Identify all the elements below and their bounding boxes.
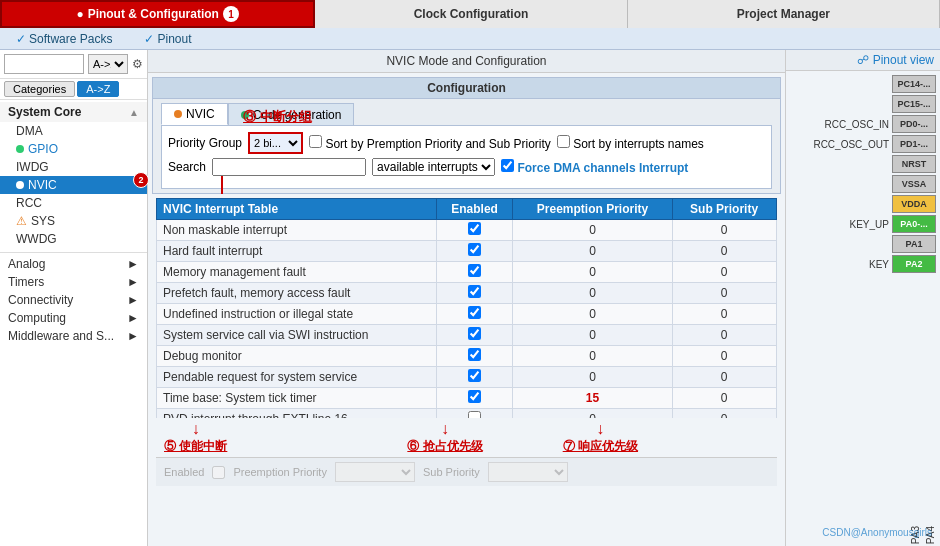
middleware-label: Middleware and S... [8,329,114,343]
tab-pinout-badge: 1 [223,6,239,22]
pin-box[interactable]: PC15-... [892,95,936,113]
system-core-items: DMA GPIO IWDG NVIC 2 [0,122,147,248]
pin-row: VSSA [829,175,936,193]
pin-box[interactable]: VDDA [892,195,936,213]
interrupt-name-cell: Time base: System tick timer [157,388,437,409]
system-core-header[interactable]: System Core ▲ [0,102,147,122]
sidebar-item-wwdg[interactable]: WWDG [0,230,147,248]
sidebar-item-iwdg[interactable]: IWDG [0,158,147,176]
tab-pinout-second[interactable]: ✓ Pinout [128,28,207,49]
enabled-cell[interactable] [436,325,512,346]
search-type-select[interactable]: available interrupts [372,158,495,176]
enabled-cell[interactable] [436,304,512,325]
ann4-arrow: ↓ [192,420,200,438]
sub-priority-cell: 0 [672,388,776,409]
priority-group-select[interactable]: 2 bi... [248,132,303,154]
pin-box[interactable]: PA2 [892,255,936,273]
enabled-cell[interactable] [436,220,512,241]
enabled-cell[interactable] [436,262,512,283]
tab-project-label: Project Manager [737,7,830,21]
pin-box[interactable]: PA1 [892,235,936,253]
search-row: Search available interrupts Force DMA ch… [168,158,765,176]
preemption-cell: 0 [513,367,672,388]
force-dma-checkbox[interactable] [501,159,514,172]
enabled-cell[interactable] [436,346,512,367]
bottom-annotations: ↓ ⑤ 使能中断 ↓ ⑥ 抢占优先级 ↓ ⑦ 响应优先级 [156,418,785,457]
top-tab-bar: ● Pinout & Configuration 1 Clock Configu… [0,0,940,28]
col-preemption: Preemption Priority [513,199,672,220]
force-dma-label: Force DMA channels Interrupt [501,159,688,175]
enabled-cell[interactable] [436,388,512,409]
connectivity-header[interactable]: Connectivity ► [0,291,147,309]
preemption-cell: 0 [513,409,672,419]
sidebar-item-dma[interactable]: DMA [0,122,147,140]
analog-label: Analog [8,257,45,271]
ann7-arrow: ↓ [596,420,604,438]
analog-header[interactable]: Analog ► [0,255,147,273]
pin-box[interactable]: NRST [892,155,936,173]
sort-names-checkbox[interactable] [557,135,570,148]
sort-names-label: Sort by interrupts names [557,135,704,151]
sidebar-item-rcc[interactable]: RCC [0,194,147,212]
table-row: Time base: System tick timer150 [157,388,777,409]
table-row: Undefined instruction or illegal state00 [157,304,777,325]
interrupt-name-cell: Memory management fault [157,262,437,283]
config-body: Priority Group 2 bi... ③ 中断分组 Sort by Pr… [161,125,772,189]
sidebar-filter-buttons: Categories A->Z [0,79,147,100]
categories-button[interactable]: Categories [4,81,75,97]
interrupt-name-cell: Undefined instruction or illegal state [157,304,437,325]
preemption-cell: 0 [513,304,672,325]
tab-nvic-dot [174,110,182,118]
bottom-preemption-label: Preemption Priority [233,466,327,478]
chevron-up-icon: ▲ [129,107,139,118]
tab-clock[interactable]: Clock Configuration [315,0,627,28]
ann5-label: ⑤ 使能中断 [164,438,227,455]
sidebar: A->Z ⚙ Categories A->Z System Core ▲ DMA… [0,50,148,546]
chevron-right-computing: ► [127,311,139,325]
tab-software-packs[interactable]: ✓ Software Packs [0,28,128,49]
enabled-cell[interactable] [436,409,512,419]
table-row: System service call via SWI instruction0… [157,325,777,346]
sidebar-item-nvic[interactable]: NVIC [0,176,147,194]
bottom-bar: Enabled Preemption Priority Sub Priority [156,457,777,486]
search-sort-select[interactable]: A->Z [88,54,128,74]
pin-box[interactable]: PC14-... [892,75,936,93]
interrupt-name-cell: Prefetch fault, memory access fault [157,283,437,304]
col-sub: Sub Priority [672,199,776,220]
preemption-cell: 0 [513,241,672,262]
system-core-label: System Core [8,105,81,119]
enabled-cell[interactable] [436,241,512,262]
pin-box[interactable]: VSSA [892,175,936,193]
enabled-cell[interactable] [436,283,512,304]
warning-icon: ⚠ [16,214,27,228]
sidebar-item-sys[interactable]: ⚠ SYS [0,212,147,230]
search-label: Search [168,160,206,174]
computing-header[interactable]: Computing ► [0,309,147,327]
computing-label: Computing [8,311,66,325]
search-field[interactable] [212,158,366,176]
table-row: Debug monitor00 [157,346,777,367]
table-row: Prefetch fault, memory access fault00 [157,283,777,304]
tab-nvic[interactable]: NVIC [161,103,228,125]
pin-box[interactable]: PD0-... [892,115,936,133]
sort-preemption-label: Sort by Premption Priority and Sub Prior… [309,135,551,151]
sidebar-item-gpio[interactable]: GPIO [0,140,147,158]
connectivity-label: Connectivity [8,293,73,307]
watermark: CSDN@Anonymousgirls [822,527,932,538]
az-button[interactable]: A->Z [77,81,119,97]
sort-preemption-checkbox[interactable] [309,135,322,148]
search-input[interactable] [4,54,84,74]
tab-pinout[interactable]: ● Pinout & Configuration 1 [0,0,315,28]
enabled-cell[interactable] [436,367,512,388]
nvic-table-wrapper: ④ NVIC Interrupt Table Enabled Preemptio… [156,198,777,418]
priority-group-row: Priority Group 2 bi... ③ 中断分组 Sort by Pr… [168,132,765,154]
tab-nvic-label: NVIC [186,107,215,121]
ann7-group: ↓ ⑦ 响应优先级 [563,420,638,455]
tab-project[interactable]: Project Manager [628,0,940,28]
interrupt-name-cell: System service call via SWI instruction [157,325,437,346]
timers-header[interactable]: Timers ► [0,273,147,291]
middleware-header[interactable]: Middleware and S... ► [0,327,147,345]
gear-icon[interactable]: ⚙ [132,57,143,71]
pin-box[interactable]: PD1-... [892,135,936,153]
pin-box[interactable]: PA0-... [892,215,936,233]
